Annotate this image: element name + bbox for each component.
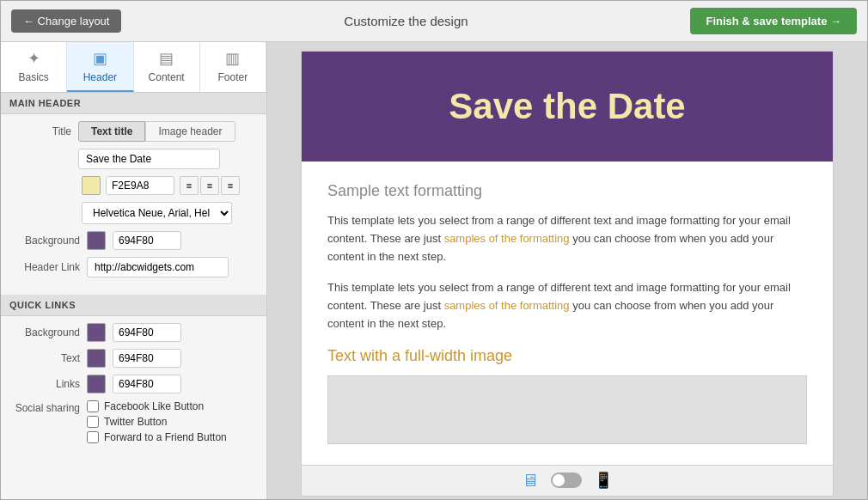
header-link-label: Header Link xyxy=(11,261,80,273)
highlight-1: samples of the formatting xyxy=(444,232,570,245)
page-title: Customize the design xyxy=(344,14,468,28)
background-row: Background xyxy=(11,231,256,250)
title-toggle-group: Text title Image header xyxy=(78,121,235,142)
align-left-button[interactable]: ≡ xyxy=(180,176,199,195)
ql-background-label: Background xyxy=(11,326,80,338)
desktop-icon[interactable]: 🖥 xyxy=(522,471,539,491)
main-content: ✦ Basics ▣ Header ▤ Content ▥ Footer MAI… xyxy=(1,42,867,499)
color-swatch[interactable] xyxy=(82,176,101,195)
ql-background-hex[interactable] xyxy=(113,323,181,342)
email-preview: Save the Date Sample text formatting Thi… xyxy=(301,51,834,466)
tab-content-label: Content xyxy=(149,71,185,83)
align-right-button[interactable]: ≡ xyxy=(221,176,240,195)
footer-icon: ▥ xyxy=(225,49,240,68)
sample-paragraph-2: This template lets you select from a ran… xyxy=(327,279,807,332)
ql-text-hex[interactable] xyxy=(113,349,181,368)
background-swatch[interactable] xyxy=(87,231,106,250)
toggle-image-header[interactable]: Image header xyxy=(145,121,235,142)
sample-paragraph-1: This template lets you select from a ran… xyxy=(327,212,807,265)
bottom-toolbar: 🖥 📱 xyxy=(301,466,834,497)
top-bar: ← Change layout Customize the design Fin… xyxy=(1,1,867,42)
align-buttons: ≡ ≡ ≡ xyxy=(180,176,240,195)
forward-label: Forward to a Friend Button xyxy=(104,431,227,443)
quick-links-section: QUICK LINKS Background Text xyxy=(1,295,266,455)
app-container: ← Change layout Customize the design Fin… xyxy=(0,0,868,500)
tab-footer-label: Footer xyxy=(218,71,248,83)
main-header-section-label: MAIN HEADER xyxy=(1,93,266,114)
tab-footer[interactable]: ▥ Footer xyxy=(200,42,266,92)
tab-content[interactable]: ▤ Content xyxy=(134,42,200,92)
finish-save-button[interactable]: Finish & save template → xyxy=(690,8,857,34)
twitter-checkbox[interactable] xyxy=(87,416,99,428)
ql-text-label: Text xyxy=(11,352,80,364)
tab-header-label: Header xyxy=(83,71,117,83)
facebook-label: Facebook Like Button xyxy=(104,400,204,412)
change-layout-button[interactable]: ← Change layout xyxy=(11,9,121,33)
ql-links-row: Links xyxy=(11,375,256,393)
facebook-checkbox[interactable] xyxy=(87,400,99,412)
title-input-row xyxy=(11,149,256,169)
email-body: Sample text formatting This template let… xyxy=(302,162,833,465)
main-header-form: Title Text title Image header ≡ xyxy=(1,114,266,291)
left-panel: ✦ Basics ▣ Header ▤ Content ▥ Footer MAI… xyxy=(1,42,267,499)
title-label: Title xyxy=(11,125,71,137)
background-label: Background xyxy=(11,235,80,247)
sample-heading: Sample text formatting xyxy=(327,182,807,200)
font-row: Helvetica Neue, Arial, Hel... xyxy=(11,202,256,224)
align-center-button[interactable]: ≡ xyxy=(200,176,219,195)
email-header: Save the Date xyxy=(302,52,833,162)
header-link-row: Header Link xyxy=(11,257,256,277)
ql-links-hex[interactable] xyxy=(113,375,181,393)
quick-links-label: QUICK LINKS xyxy=(1,295,266,316)
ql-text-swatch[interactable] xyxy=(87,349,106,368)
twitter-label: Twitter Button xyxy=(104,416,167,428)
device-toggle[interactable] xyxy=(551,473,582,488)
section-heading: Text with a full-width image xyxy=(327,347,807,365)
title-row: Title Text title Image header xyxy=(11,121,256,142)
social-label: Social sharing xyxy=(11,400,80,414)
social-sharing-row: Social sharing Facebook Like Button Twit… xyxy=(11,400,256,443)
ql-background-row: Background xyxy=(11,323,256,342)
social-option-forward[interactable]: Forward to a Friend Button xyxy=(87,431,227,443)
color-hex-input[interactable] xyxy=(106,176,174,195)
nav-tabs: ✦ Basics ▣ Header ▤ Content ▥ Footer xyxy=(1,42,266,93)
ql-background-swatch[interactable] xyxy=(87,323,106,342)
tab-header[interactable]: ▣ Header xyxy=(67,42,133,92)
font-select[interactable]: Helvetica Neue, Arial, Hel... xyxy=(82,202,232,224)
background-hex-input[interactable] xyxy=(113,231,181,250)
social-option-twitter[interactable]: Twitter Button xyxy=(87,416,227,428)
quick-links-form: Background Text Links xyxy=(1,316,266,455)
header-icon: ▣ xyxy=(93,49,107,68)
title-text-input[interactable] xyxy=(78,149,220,169)
ql-links-label: Links xyxy=(11,378,80,390)
ql-links-swatch[interactable] xyxy=(87,375,106,393)
social-option-facebook[interactable]: Facebook Like Button xyxy=(87,400,227,412)
highlight-2: samples of the formatting xyxy=(444,299,570,312)
image-placeholder xyxy=(327,375,807,444)
basics-icon: ✦ xyxy=(28,49,40,68)
email-header-title: Save the Date xyxy=(319,86,816,127)
toggle-text-title[interactable]: Text title xyxy=(78,121,145,142)
forward-checkbox[interactable] xyxy=(87,431,99,443)
tab-basics-label: Basics xyxy=(18,71,48,83)
color-row: ≡ ≡ ≡ xyxy=(11,176,256,195)
tab-basics[interactable]: ✦ Basics xyxy=(1,42,67,92)
right-panel: Save the Date Sample text formatting Thi… xyxy=(267,42,867,499)
mobile-icon[interactable]: 📱 xyxy=(594,471,613,490)
content-icon: ▤ xyxy=(159,49,174,68)
header-link-input[interactable] xyxy=(87,257,229,277)
social-options: Facebook Like Button Twitter Button Forw… xyxy=(87,400,227,443)
ql-text-row: Text xyxy=(11,349,256,368)
